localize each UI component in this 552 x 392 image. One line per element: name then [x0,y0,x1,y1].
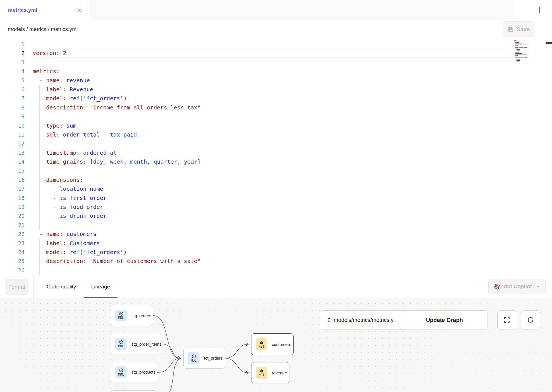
line-number: 11 [0,130,25,139]
code-text: description: "Number of customers with a… [32,257,513,266]
editor-line[interactable]: 15 [0,166,552,175]
node-label: fct_orders [204,356,223,360]
line-number: 21 [0,221,25,230]
model-badge: MDL [188,352,200,364]
lineage-node-customers[interactable]: METcustomers [251,333,294,355]
code-text: timestamp: ordered_at [32,148,513,157]
model-badge: MDL [115,338,127,350]
lineage-node-stg_order_items[interactable]: MDLstg_order_items [111,334,161,354]
code-text: version: 2 [32,49,513,58]
editor-line[interactable]: 4metrics: [0,67,552,76]
editor-line[interactable]: 26 [0,266,552,275]
code-text: - is_first_order [32,193,513,202]
line-number: 26 [0,266,25,275]
lineage-node-stg_products[interactable]: MDLstg_products [111,362,157,382]
editor-line[interactable]: 12 [0,139,552,148]
chevron-down-icon [535,284,540,289]
edge-fct_orders-to-customers [225,344,248,358]
lineage-node-revenue[interactable]: METrevenue [251,362,289,383]
node-label: revenue [272,371,287,375]
cube-icon [191,354,196,359]
pane-tab-code-quality[interactable]: Code quality [39,275,84,298]
line-number: 15 [0,166,25,175]
editor-scrollbar-track [545,40,545,275]
refresh-button[interactable] [521,310,540,329]
editor-line[interactable]: 17 - location_name [0,184,552,193]
badge-type-label: MET [259,373,265,377]
tab-label: metrics.yml [8,7,37,13]
code-text: - location_name [32,184,513,193]
dbt-copilot-label: dbt Copilot [504,283,532,290]
indent-guide [46,184,46,221]
editor-line[interactable]: 25 description: "Number of customers wit… [0,257,552,266]
editor-line[interactable]: 5 - name: revenue [0,76,552,85]
editor-line[interactable]: 7 model: ref('fct_orders') [0,94,552,103]
cube-icon [119,311,124,316]
metric-badge: MET [256,367,267,379]
editor-line[interactable]: 11 sql: order_total - tax_paid [0,130,552,139]
editor-line[interactable]: 14 time_grains: [day, week, month, quart… [0,157,552,166]
dbt-copilot-button[interactable]: dbt Copilot [488,279,546,294]
toolbar-divider [33,275,34,298]
editor-line[interactable]: 10 type: sum [0,121,552,130]
line-number: 12 [0,139,25,148]
editor-line[interactable]: 22 - name: customers [0,230,552,238]
code-text: sql: order_total - tax_paid [32,130,513,139]
line-number: 17 [0,184,25,193]
code-editor[interactable]: 12version: 234metrics:5 - name: revenue6… [0,40,552,275]
pane-tab-lineage[interactable]: Lineage [84,275,118,298]
selector-input[interactable] [320,311,401,329]
model-badge: MDL [115,310,127,321]
editor-line[interactable]: 6 label: Revenue [0,85,552,94]
code-text: description: "Income from all orders les… [32,103,513,112]
editor-line[interactable]: 13 timestamp: ordered_at [0,148,552,157]
editor-line[interactable]: 19 - is_food_order [0,202,552,211]
code-text: type: sum [32,121,513,130]
lineage-node-fct_orders[interactable]: MDLfct_orders [183,348,225,369]
line-number: 24 [0,248,25,257]
breadcrumb[interactable]: models / metrics / metrics.yml [8,26,78,32]
lineage-panel[interactable]: MDLstg_ordersMDLstg_order_itemsMDLstg_pr… [0,298,552,392]
code-text [32,58,513,67]
minimap[interactable] [514,40,529,61]
editor-line[interactable]: 18 - is_first_order [0,193,552,202]
line-number: 25 [0,257,25,266]
editor-line[interactable]: 20 - is_drink_order [0,211,552,220]
line-number: 8 [0,103,25,112]
editor-line[interactable]: 8 description: "Income from all orders l… [0,103,552,112]
new-tab-plus-icon[interactable] [535,6,544,15]
badge-type-label: MDL [118,372,124,376]
save-label: Save [517,26,530,33]
close-icon[interactable] [75,6,83,14]
lineage-node-hidden_model[interactable] [111,390,156,392]
line-number: 22 [0,230,25,238]
badge-type-label: MET [259,345,265,348]
editor-line[interactable]: 24 model: ref('fct_orders') [0,248,552,257]
lineage-node-stg_orders[interactable]: MDLstg_orders [111,305,153,326]
line-number: 4 [0,67,25,76]
editor-scrollbar-handle[interactable] [546,42,552,44]
update-graph-button[interactable]: Update Graph [401,311,488,329]
save-button[interactable]: Save [503,21,534,37]
pane-tabs: Code qualityLineage [39,275,117,298]
line-number: 10 [0,121,25,130]
line-number: 23 [0,239,25,248]
editor-line[interactable]: 21 [0,221,552,230]
editor-line[interactable]: 16 dimensions: [0,175,552,184]
format-button[interactable]: Format [5,279,28,295]
code-text [32,221,513,230]
fullscreen-button[interactable] [497,310,516,329]
editor-line[interactable]: 1 [0,40,552,49]
save-icon [507,26,514,33]
indent-guide [39,239,40,275]
line-number: 19 [0,202,25,211]
editor-line[interactable]: 3 [0,58,552,67]
editor-line[interactable]: 23 label: Customers [0,239,552,248]
dbt-ide-window: metrics.yml models / metrics / metrics.y… [0,0,552,392]
code-text: - is_food_order [32,202,513,211]
cube-icon [119,368,124,373]
badge-type-label: MDL [118,316,124,320]
editor-line[interactable]: 9 [0,112,552,121]
editor-line[interactable]: 2version: 2 [0,49,552,58]
tab-bar: metrics.yml [0,0,552,20]
